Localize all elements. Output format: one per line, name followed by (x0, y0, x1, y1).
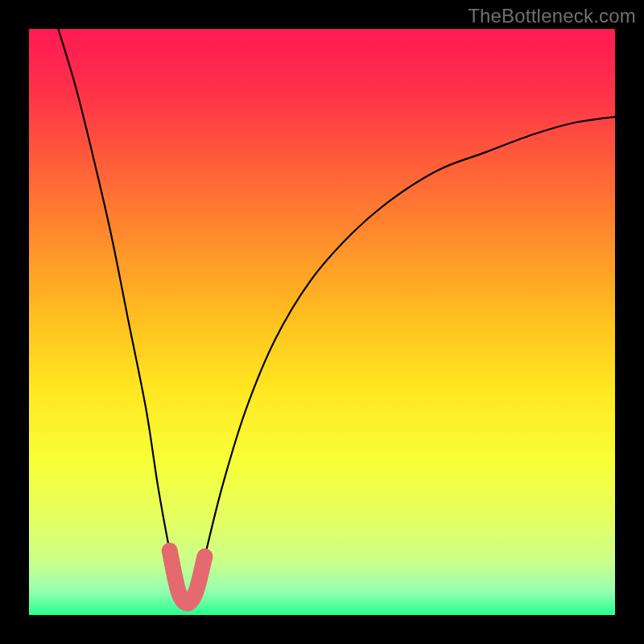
bottleneck-chart (0, 0, 644, 644)
watermark-text: TheBottleneck.com (468, 5, 636, 27)
chart-frame: TheBottleneck.com (0, 0, 644, 644)
plot-background (29, 29, 615, 615)
